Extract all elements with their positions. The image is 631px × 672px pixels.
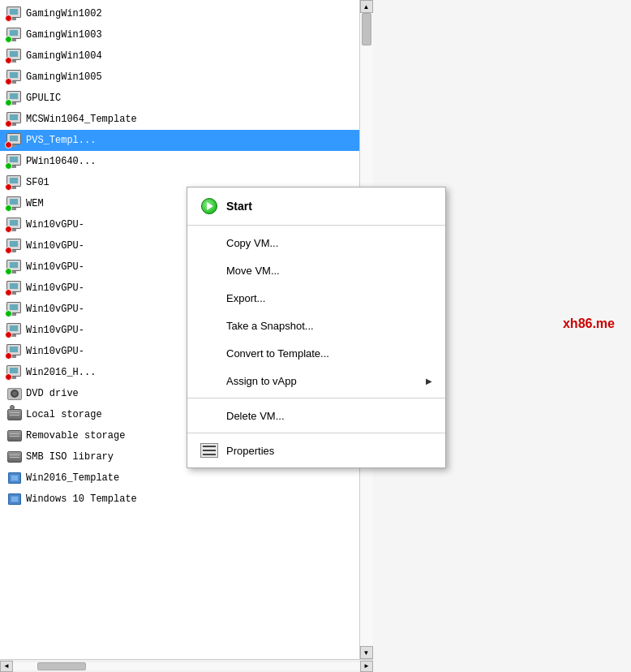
vm-label: Removable storage [26,430,125,442]
vm-label: SMB ISO library [26,451,114,463]
menu-item-export[interactable]: Export... [187,284,445,312]
menu-empty-icon [200,317,218,334]
watermark-text: xh86.me [563,317,615,331]
vm-label: SF01 [26,177,49,188]
vm-label: GamingWin1005 [26,71,102,83]
vm-label: Win10vGPU- [26,346,84,357]
vm-label: WEM [26,198,44,209]
play-icon [200,197,218,215]
scroll-thumb-horizontal[interactable] [37,662,86,670]
vm-label: MCSWin1064_Template [26,114,137,125]
scroll-left-button[interactable]: ◄ [0,661,13,672]
menu-label: Convert to Template... [226,347,432,360]
vm-icon [6,196,23,212]
vm-label: DVD drive [26,388,79,399]
storage-icon [6,428,23,444]
vm-icon [6,48,23,64]
vm-label: Win10vGPU- [26,282,84,294]
menu-item-deletevm[interactable]: Delete VM... [187,402,445,429]
vm-icon [6,90,23,106]
vm-icon [6,6,23,22]
menu-separator [187,398,445,398]
vm-item-vm6[interactable]: MCSWin1064_Template [0,109,372,130]
vm-label: GamingWin1003 [26,29,102,41]
menu-item-copyvm[interactable]: Copy VM... [187,229,445,256]
context-menu: StartCopy VM...Move VM...Export...Take a… [187,187,446,468]
menu-label: Export... [226,292,432,304]
vm-icon [6,364,23,381]
dvd-icon [6,386,23,402]
vm-label: Win10vGPU- [26,261,84,273]
menu-item-snapshot[interactable]: Take a Snapshot... [187,312,445,339]
vm-label: Win10vGPU- [26,325,84,336]
menu-label: Properties [226,445,432,457]
vm-label: Local storage [26,409,102,420]
vm-item-vm5[interactable]: GPULIC [0,88,372,109]
menu-label: Take a Snapshot... [226,320,432,332]
menu-label: Delete VM... [226,410,432,422]
vm-icon [6,132,23,149]
template-icon [6,470,23,486]
menu-item-movevm[interactable]: Move VM... [187,256,445,284]
menu-separator [187,433,445,433]
vm-icon [6,153,23,170]
vm-item-vm4[interactable]: GamingWin1005 [0,67,372,88]
vm-icon [6,238,23,254]
storage-icon [6,449,23,465]
vm-icon [6,217,23,233]
properties-icon [200,442,218,459]
storage-icon [6,407,23,423]
menu-item-assignvapp[interactable]: Assign to vApp▶ [187,367,445,394]
vm-icon [6,343,23,360]
vm-item-vm2[interactable]: GamingWin1003 [0,24,372,45]
vm-item-vm3[interactable]: GamingWin1004 [0,45,372,67]
vm-label: PWin10640... [26,156,96,167]
menu-separator [187,225,445,226]
scroll-up-button[interactable]: ▲ [360,0,373,13]
submenu-arrow: ▶ [426,377,432,386]
menu-item-start[interactable]: Start [187,191,445,222]
vm-label: Win10vGPU- [26,304,84,315]
vm-item-tpl1[interactable]: Win2016_Template [0,467,372,489]
vm-label: Win10vGPU- [26,240,84,252]
scroll-thumb[interactable] [362,13,371,45]
play-triangle [207,202,213,210]
scroll-right-button[interactable]: ► [360,661,373,672]
menu-item-convert[interactable]: Convert to Template... [187,339,445,367]
vm-icon [6,27,23,43]
vm-icon [6,301,23,317]
vm-item-vm7[interactable]: PVS_Templ... [0,130,372,151]
menu-empty-icon [200,407,218,424]
scroll-down-button[interactable]: ▼ [360,646,373,659]
vm-label: Win2016_H... [26,367,96,378]
scroll-track-horizontal [13,662,360,670]
menu-label: Copy VM... [226,237,432,249]
vm-icon [6,280,23,296]
vm-label: Windows 10 Template [26,493,137,505]
play-circle [201,198,217,214]
vm-item-vm1[interactable]: GamingWin1002 [0,3,372,24]
vm-label: GamingWin1002 [26,8,102,19]
vm-label: Win2016_Template [26,472,119,484]
vm-icon [6,322,23,338]
vm-label: GamingWin1004 [26,50,102,62]
menu-label: Assign to vApp [226,375,426,387]
vm-icon [6,174,23,191]
menu-empty-icon [200,261,218,279]
vm-item-tpl2[interactable]: Windows 10 Template [0,489,372,510]
menu-empty-icon [200,344,218,362]
template-icon [6,491,23,507]
vm-icon [6,111,23,127]
menu-empty-icon [200,289,218,307]
vm-item-vm8[interactable]: PWin10640... [0,151,372,172]
menu-item-properties[interactable]: Properties [187,437,445,464]
vm-icon [6,259,23,275]
menu-label: Move VM... [226,265,432,277]
vm-label: PVS_Templ... [26,135,96,146]
vm-label: GPULIC [26,93,61,104]
menu-label: Start [226,200,432,213]
vm-label: Win10vGPU- [26,219,84,230]
menu-empty-icon [200,372,218,390]
vm-icon [6,69,23,85]
horizontal-scrollbar[interactable]: ◄ ► [0,659,373,672]
